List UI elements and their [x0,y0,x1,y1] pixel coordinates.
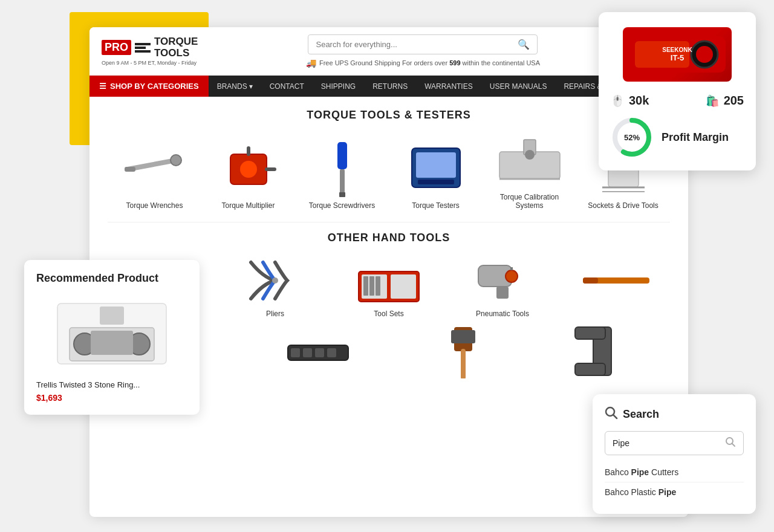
product-torque-multiplier[interactable]: Torque Multiplier [206,142,291,210]
hammers-img [421,327,499,375]
seekonk-product-image: SEEKONK IT-5 [623,27,732,82]
search-popup: Search Bahco Pipe Cutters Bahco Plastic … [593,394,756,514]
profit-row: 52% Profit Margin [611,116,744,158]
logo-subtext: Open 9 AM - 5 PM ET, Monday - Friday [102,60,198,66]
svg-rect-28 [391,274,416,299]
recommended-price: $1,693 [36,393,187,403]
product-tool-belts[interactable] [270,327,366,380]
product-torque-testers[interactable]: Torque Testers [394,142,478,210]
svg-rect-2 [125,167,135,172]
svg-point-15 [525,150,535,160]
recommended-product-card: Recommended Product Trellis Twisted 3 St… [24,260,200,415]
hand-tools-section-title: OTHER HAND TOOLS [108,232,670,244]
nav-link-brands[interactable]: BRANDS ▾ [209,76,261,97]
torque-section-title: TORQUE TOOLS & TESTERS [108,109,670,122]
logo-box: PRO TORQUETOOLS [102,36,198,59]
chevron-down-icon: ▾ [249,82,253,91]
logo-bar-3 [135,50,151,53]
tool-sets-label: Tool Sets [374,310,403,318]
torque-testers-label: Torque Testers [412,201,460,210]
search-popup-input-icon [725,436,736,450]
logo-pro: PRO [102,40,131,55]
svg-rect-42 [291,348,300,357]
logo-bar-2 [135,47,146,49]
torque-products-grid: Torque Wrenches Torque Multiplier [108,134,670,210]
logo-area: PRO TORQUETOOLS Open 9 AM - 5 PM ET, Mon… [102,36,198,66]
recommended-img [36,294,187,373]
svg-rect-51 [575,363,605,375]
torque-calibration-label: Torque Calibration Systems [487,193,572,210]
torque-screwdrivers-img [306,142,379,196]
recommended-name: Trellis Twisted 3 Stone Ring... [36,380,187,389]
svg-rect-45 [327,348,336,357]
torque-testers-img [400,142,472,196]
nav-link-user-manuals[interactable]: USER MANUALS [481,76,556,97]
pneumatic-tools-label: Pneumatic Tools [476,310,529,318]
nav-link-warranties[interactable]: WARRANTIES [416,76,481,97]
stats-card: SEEKONK IT-5 🖱️ 30k 🛍️ 205 52% Profit Ma… [599,12,756,170]
torque-multiplier-img [212,142,285,196]
bag-icon: 🛍️ [706,94,719,108]
tool-belts-img [279,327,357,375]
svg-point-34 [506,270,518,282]
search-input[interactable] [316,40,518,49]
product-torque-wrenches[interactable]: Torque Wrenches [112,142,197,210]
svg-rect-31 [376,276,380,296]
svg-rect-43 [303,348,312,357]
svg-rect-29 [363,276,368,296]
product-hammers[interactable] [412,327,509,380]
logo-icon-bars [135,43,151,53]
nav-link-returns[interactable]: RETURNS [364,76,416,97]
recommended-title: Recommended Product [36,272,187,285]
product-tool-sets[interactable]: Tool Sets [340,256,437,318]
product-files[interactable] [568,256,665,318]
nav-link-contact[interactable]: CONTACT [261,76,313,97]
cursor-icon: 🖱️ [611,94,624,108]
svg-line-67 [614,415,617,419]
svg-rect-53 [100,307,124,325]
search-popup-input[interactable] [613,438,725,448]
svg-rect-12 [418,180,454,184]
product-torque-calibration[interactable]: Torque Calibration Systems [487,134,572,210]
svg-rect-57 [91,331,133,355]
clamps-img [563,327,642,375]
pneumatic-tools-img [463,256,542,305]
svg-rect-47 [451,330,475,343]
svg-rect-7 [337,142,347,169]
shipping-text: Free UPS Ground Shipping For orders over… [319,59,540,66]
product-pliers[interactable]: Pliers [227,256,324,318]
torque-wrenches-img [119,142,191,196]
search-suggestion-1[interactable]: Bahco Pipe Cutters [605,462,744,482]
search-suggestion-2[interactable]: Bahco Plastic Pipe [605,482,744,502]
svg-rect-8 [340,169,345,193]
shop-by-categories-label: SHOP BY CATEGORIES [110,82,199,91]
profit-margin-label: Profit Margin [662,131,729,144]
svg-text:IT-5: IT-5 [671,53,684,62]
product-clamps[interactable] [554,327,651,380]
svg-point-1 [171,155,181,166]
svg-point-25 [272,277,278,284]
donut-chart: 52% [611,116,653,158]
profit-percent-label: 52% [624,133,640,142]
nav-link-shipping[interactable]: SHIPPING [313,76,364,97]
hamburger-icon: ☰ [99,82,106,91]
bag-stat: 🛍️ 205 [706,94,744,108]
search-bar[interactable]: 🔍 [308,34,538,54]
pliers-img [236,256,314,305]
svg-rect-33 [496,287,509,299]
shipping-icon: 🚚 [306,58,316,68]
shop-by-categories-button[interactable]: ☰ SHOP BY CATEGORIES [89,76,209,97]
product-torque-screwdrivers[interactable]: Torque Screwdrivers [300,142,385,210]
search-submit-button[interactable]: 🔍 [518,39,530,50]
search-popup-input-wrapper[interactable] [605,431,744,455]
svg-rect-9 [339,192,345,197]
torque-wrenches-label: Torque Wrenches [126,201,183,210]
search-popup-title-text: Search [623,408,659,421]
shipping-amount: 599 [449,59,460,66]
logo-text: TORQUETOOLS [154,36,198,59]
section-divider [108,222,670,222]
logo-bar-1 [135,43,151,45]
cursor-count: 30k [629,94,649,108]
product-pneumatic-tools[interactable]: Pneumatic Tools [454,256,551,318]
search-popup-header: Search [605,406,744,423]
